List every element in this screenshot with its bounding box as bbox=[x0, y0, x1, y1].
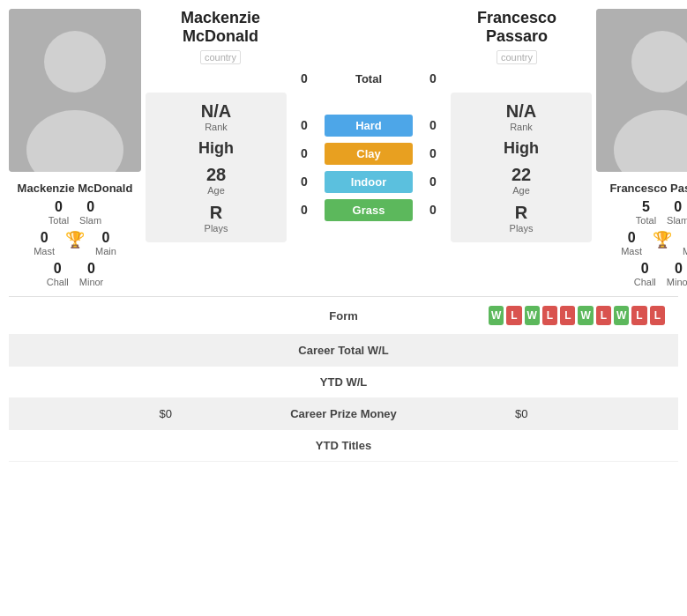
left-info-panel: N/A Rank High 28 Age R Plays bbox=[146, 93, 287, 242]
surface-row-clay: 0 Clay 0 bbox=[291, 141, 446, 167]
right-slam-stat: 0 Slam bbox=[667, 199, 687, 226]
career-wl-label: Career Total W/L bbox=[198, 344, 489, 357]
surface-section: N/A Rank High 28 Age R Plays bbox=[146, 93, 592, 242]
right-age-item: 22 Age bbox=[512, 165, 531, 196]
left-stats-row2: 0 Mast 🏆 0 Main bbox=[9, 230, 141, 256]
surface-row-hard: 0 Hard 0 bbox=[291, 113, 446, 138]
left-age-item: 28 Age bbox=[206, 165, 226, 196]
form-badge-3: L bbox=[542, 306, 557, 325]
center-column: Mackenzie McDonald country Francesco Pas… bbox=[146, 9, 592, 242]
right-player-name: Francesco Passaro bbox=[609, 182, 687, 195]
left-plays-item: R Plays bbox=[205, 203, 228, 234]
surface-btn-indoor[interactable]: Indoor bbox=[325, 171, 413, 193]
form-badge-5: W bbox=[578, 306, 593, 325]
form-badge-1: L bbox=[506, 306, 521, 325]
surface-btn-grass[interactable]: Grass bbox=[325, 199, 413, 221]
surface-buttons: 0 Hard 0 0 Clay 0 0 Indoor 0 0 Grass 0 bbox=[291, 93, 446, 242]
right-trophy-icon: 🏆 bbox=[653, 230, 672, 256]
right-chall-stat: 0 Chall bbox=[634, 261, 656, 287]
prize-label: Career Prize Money bbox=[198, 407, 489, 420]
surface-right-score-1: 0 bbox=[420, 146, 446, 160]
right-name-top: Francesco Passaro bbox=[477, 9, 556, 46]
main-container: Mackenzie McDonald 0 Total 0 Slam 0 Mast… bbox=[0, 0, 687, 462]
surface-btn-clay[interactable]: Clay bbox=[325, 143, 413, 165]
form-badge-8: L bbox=[631, 306, 646, 325]
left-main-stat: 0 Main bbox=[95, 230, 116, 256]
ytd-titles-label: YTD Titles bbox=[198, 439, 489, 452]
prize-row: $0 Career Prize Money $0 bbox=[9, 398, 678, 430]
left-name-block: Mackenzie McDonald country bbox=[150, 9, 291, 64]
right-stats-row1: 5 Total 0 Slam bbox=[596, 199, 687, 226]
left-name-top: Mackenzie McDonald bbox=[181, 9, 260, 46]
career-wl-row: Career Total W/L bbox=[9, 335, 678, 367]
left-chall-stat: 0 Chall bbox=[47, 261, 69, 287]
left-total-stat: 0 Total bbox=[49, 199, 69, 226]
surface-left-score-0: 0 bbox=[291, 118, 317, 132]
right-stats-row3: 0 Chall 0 Minor bbox=[596, 261, 687, 287]
surface-row-grass: 0 Grass 0 bbox=[291, 197, 446, 223]
form-badges: WLWLLWLWLL bbox=[489, 306, 665, 325]
total-right-score: 0 bbox=[420, 71, 446, 85]
surface-left-score-2: 0 bbox=[291, 174, 317, 189]
prize-right: $0 bbox=[489, 407, 665, 420]
left-mast-stat: 0 Mast bbox=[34, 230, 55, 256]
right-total-stat: 5 Total bbox=[636, 199, 656, 226]
form-badge-6: L bbox=[596, 306, 611, 325]
left-high-item: High bbox=[198, 139, 234, 158]
ytd-wl-label: YTD W/L bbox=[198, 375, 489, 389]
right-mast-stat: 0 Mast bbox=[621, 230, 642, 256]
total-row: 0 Total 0 bbox=[146, 69, 592, 88]
right-country-img: country bbox=[497, 49, 537, 64]
prize-left: $0 bbox=[22, 407, 198, 420]
left-country-img: country bbox=[200, 49, 241, 64]
left-stats-row1: 0 Total 0 Slam bbox=[9, 199, 141, 226]
svg-point-1 bbox=[44, 31, 106, 93]
right-minor-stat: 0 Minor bbox=[667, 261, 687, 287]
left-player-avatar bbox=[9, 9, 141, 172]
surface-left-score-3: 0 bbox=[291, 203, 317, 217]
right-rank-item: N/A Rank bbox=[506, 101, 536, 132]
surface-right-score-0: 0 bbox=[420, 118, 446, 132]
form-label: Form bbox=[198, 309, 489, 323]
form-badge-0: W bbox=[489, 306, 504, 325]
right-player-column: Francesco Passaro 5 Total 0 Slam 0 Mast … bbox=[596, 9, 687, 287]
right-player-avatar bbox=[596, 9, 687, 172]
left-rank-item: N/A Rank bbox=[201, 101, 231, 132]
form-row: Form WLWLLWLWLL bbox=[9, 297, 678, 335]
left-slam-stat: 0 Slam bbox=[79, 199, 101, 226]
right-stats-row2: 0 Mast 🏆 0 Main bbox=[596, 230, 687, 256]
surface-btn-hard[interactable]: Hard bbox=[325, 115, 413, 137]
names-row: Mackenzie McDonald country Francesco Pas… bbox=[146, 9, 592, 64]
right-name-block: Francesco Passaro country bbox=[446, 9, 587, 64]
right-plays-item: R Plays bbox=[510, 203, 534, 234]
ytd-wl-row: YTD W/L bbox=[9, 367, 678, 398]
ytd-titles-row: YTD Titles bbox=[9, 430, 678, 462]
right-high-item: High bbox=[504, 139, 539, 158]
form-badges-container: WLWLLWLWLL bbox=[489, 306, 665, 325]
total-left-score: 0 bbox=[291, 71, 317, 85]
bottom-section: Form WLWLLWLWLL Career Total W/L YTD W/L… bbox=[9, 296, 678, 462]
surface-row-indoor: 0 Indoor 0 bbox=[291, 169, 446, 195]
surface-right-score-3: 0 bbox=[420, 203, 446, 217]
left-minor-stat: 0 Minor bbox=[79, 261, 104, 287]
right-info-panel: N/A Rank High 22 Age R Plays bbox=[451, 93, 592, 242]
surface-right-score-2: 0 bbox=[420, 174, 446, 189]
form-badge-7: W bbox=[614, 306, 629, 325]
surface-left-score-1: 0 bbox=[291, 146, 317, 160]
left-trophy-icon: 🏆 bbox=[65, 230, 85, 256]
form-badge-2: W bbox=[525, 306, 540, 325]
left-stats-row3: 0 Chall 0 Minor bbox=[9, 261, 141, 287]
top-section: Mackenzie McDonald 0 Total 0 Slam 0 Mast… bbox=[0, 0, 687, 296]
left-player-column: Mackenzie McDonald 0 Total 0 Slam 0 Mast… bbox=[9, 9, 141, 287]
total-label: Total bbox=[325, 72, 413, 85]
form-badge-4: L bbox=[560, 306, 575, 325]
right-main-stat: 0 Main bbox=[683, 230, 687, 256]
left-player-name: Mackenzie McDonald bbox=[18, 182, 133, 195]
form-badge-9: L bbox=[650, 306, 665, 325]
